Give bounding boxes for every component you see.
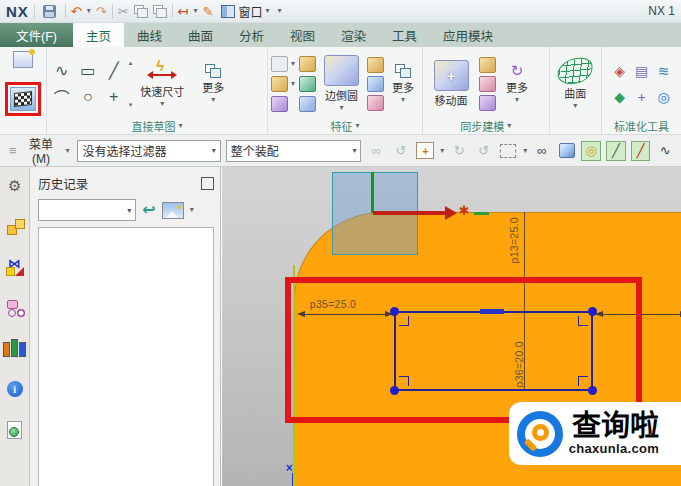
vertex-handle[interactable] (390, 386, 399, 395)
cut-icon[interactable]: ✂ (118, 5, 129, 18)
redo-icon[interactable]: ↷ (96, 5, 107, 18)
chevron-down-icon[interactable]: ▾ (291, 80, 295, 88)
viewport[interactable]: ✱ p35=25.0 p13=25.0 p36=20.0 (221, 167, 681, 486)
shaded-cube-button[interactable] (557, 141, 577, 161)
chevron-down-icon[interactable]: ▾ (356, 122, 360, 130)
tab-tools[interactable]: 工具 (379, 23, 430, 47)
offset-region-tool-icon[interactable] (479, 76, 496, 92)
sketch-icon[interactable] (13, 51, 33, 68)
unite-tool-icon[interactable] (271, 96, 288, 112)
arc-tool-button[interactable]: ⌒ (49, 84, 75, 111)
chevron-down-icon[interactable]: ▾ (178, 122, 182, 130)
shell-tool-icon[interactable] (367, 57, 384, 73)
line-tool-button[interactable]: ╱ (101, 57, 127, 84)
rotate-view-button[interactable]: ↻ (449, 141, 469, 161)
back-arrow-icon[interactable]: ↩ (142, 202, 155, 218)
assembly-navigator-icon[interactable] (6, 219, 24, 235)
chevron-down-icon[interactable]: ▾ (440, 147, 444, 155)
paste-icon[interactable] (153, 5, 167, 18)
tab-file[interactable]: 文件(F) (0, 23, 73, 47)
chevron-down-icon[interactable]: ▾ (523, 147, 527, 155)
finish-sketch-button[interactable] (10, 87, 36, 111)
constraint-navigator-icon[interactable]: ⋈ (6, 259, 24, 276)
spline-snap-button[interactable]: ∿ (655, 141, 675, 161)
window-menu-button[interactable]: 窗口 ▾ (218, 2, 272, 21)
surface-label: 曲面 (564, 85, 586, 101)
rectangle-tool-button[interactable]: ▭ (75, 57, 101, 84)
part-navigator-icon[interactable] (6, 300, 24, 317)
circle-tool-button[interactable]: ○ (75, 84, 101, 111)
brush-icon[interactable]: ✎ (203, 5, 214, 18)
dimension-label-offset[interactable]: p13=25.0 (508, 217, 520, 264)
previous-selection-button[interactable]: ↺ (391, 141, 411, 161)
surface-button[interactable]: 曲面 ▾ (553, 58, 597, 110)
datum-plane-tool-icon[interactable] (271, 56, 288, 72)
rapid-dimension-button[interactable]: ϟ 快速尺寸 ▾ (134, 60, 190, 108)
layer-tool-icon[interactable]: ▤ (635, 63, 648, 79)
tab-analysis[interactable]: 分析 (226, 23, 277, 47)
paint-tool-icon[interactable]: + (637, 89, 645, 105)
more-button-sync[interactable]: ↻ 更多 ▾ (498, 63, 536, 104)
pan-view-button[interactable]: ↺ (474, 141, 494, 161)
vertex-handle[interactable] (390, 307, 399, 316)
vertex-handle[interactable] (588, 386, 597, 395)
scroll-down-icon[interactable]: ▾ (129, 101, 133, 109)
dimension-caret-icon[interactable]: ▾ (193, 7, 197, 15)
chevron-down-icon[interactable]: ▾ (507, 122, 511, 130)
chevron-down-icon[interactable]: ▾ (291, 60, 295, 68)
selection-filter-combo[interactable]: 没有选择过滤器 ▾ (77, 140, 220, 162)
hole-tool-icon[interactable] (271, 76, 288, 92)
draft-tool-icon[interactable] (367, 95, 384, 111)
edge-blend-button[interactable]: 边倒圆 ▾ (318, 55, 365, 112)
chevron-down-icon[interactable]: ▾ (190, 206, 194, 214)
copy-icon[interactable] (134, 5, 148, 18)
chain-select-button[interactable]: ∞ (366, 141, 386, 161)
history-filter-combo[interactable]: ▾ (38, 199, 136, 221)
undo-caret-icon[interactable]: ▾ (87, 7, 91, 15)
internet-icon[interactable]: i (7, 381, 23, 397)
tab-view[interactable]: 视图 (277, 23, 328, 47)
bounding-body-tool-icon[interactable]: ◈ (614, 63, 625, 79)
image-preview-icon[interactable] (162, 202, 184, 219)
glasses-button[interactable]: ∞ (532, 141, 552, 161)
scroll-up-icon[interactable]: ▴ (129, 59, 133, 67)
wave-link-tool-icon[interactable]: ≋ (658, 63, 670, 79)
float-panel-icon[interactable] (201, 177, 214, 190)
sketch-rectangle[interactable] (394, 311, 593, 391)
tab-curve[interactable]: 曲线 (124, 23, 175, 47)
tab-application[interactable]: 应用模块 (430, 23, 506, 47)
snap-point-button[interactable]: + (416, 141, 436, 161)
chamfer-tool-icon[interactable] (367, 76, 384, 92)
menu-button[interactable]: ≡ 菜单(M) ▾ (6, 133, 72, 168)
qat-options-icon[interactable]: ▾ (277, 7, 281, 15)
cleanup-tool-icon[interactable]: ◆ (614, 89, 625, 105)
point-tool-button[interactable]: + (101, 84, 127, 111)
trim-tool-icon[interactable] (299, 96, 316, 112)
magnifier-lens (532, 424, 549, 441)
vertex-handle[interactable] (588, 307, 597, 316)
pull-face-tool-icon[interactable] (479, 57, 496, 73)
line-snap-button[interactable]: ╱ (606, 141, 626, 161)
history-palette-icon[interactable] (7, 421, 22, 439)
gear-icon[interactable]: ⚙ (8, 177, 21, 195)
more-button-feature[interactable]: 更多 ▾ (386, 64, 420, 104)
pattern-tool-icon[interactable] (299, 76, 316, 92)
tab-render[interactable]: 渲染 (328, 23, 379, 47)
more-button-sketch[interactable]: 更多 ▾ (192, 64, 234, 104)
tab-home[interactable]: 主页 (73, 23, 124, 47)
check-tool-icon[interactable]: ◎ (657, 89, 669, 105)
profile-tool-button[interactable]: ∿ (49, 57, 75, 84)
replace-face-tool-icon[interactable] (479, 95, 496, 111)
history-list[interactable] (38, 227, 214, 486)
snap-enable-button[interactable]: ◎ (581, 141, 601, 161)
dimension-style-icon[interactable]: ↤ (178, 5, 189, 18)
save-button[interactable] (40, 1, 60, 21)
reuse-library-icon[interactable] (3, 341, 26, 357)
selection-scope-combo[interactable]: 整个装配 ▾ (226, 140, 362, 162)
endpoint-snap-button[interactable]: ╱ (631, 141, 651, 161)
extrude-tool-icon[interactable] (299, 56, 316, 72)
marquee-select-button[interactable] (499, 141, 519, 161)
tab-surface[interactable]: 曲面 (175, 23, 226, 47)
undo-icon[interactable]: ↶ (71, 5, 82, 18)
move-face-button[interactable]: + 移动面 (425, 60, 477, 108)
